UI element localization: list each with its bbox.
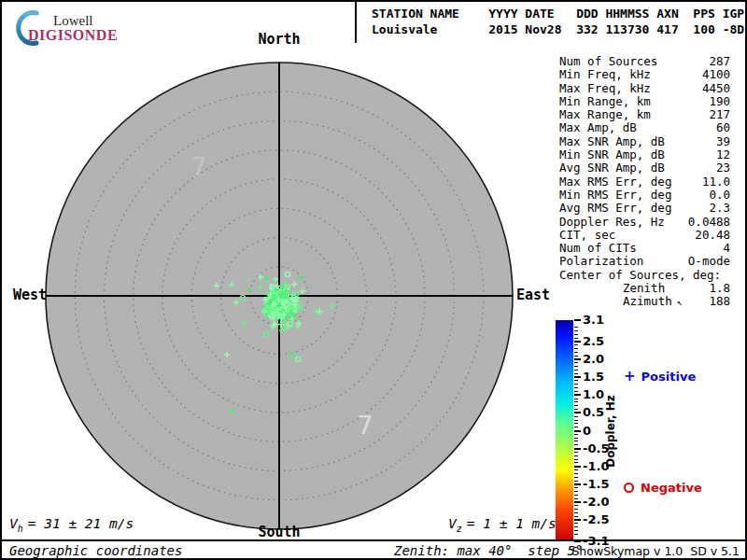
source-point-plus xyxy=(266,304,272,310)
colorbar-minor-tick xyxy=(574,495,578,496)
stat-row: Avg SNR Amp, dB23 xyxy=(559,161,730,175)
doppler-axis-title: Doppler, Hz xyxy=(604,395,617,468)
source-point-circle xyxy=(279,302,284,307)
source-point-circle xyxy=(291,307,296,312)
source-point-plus xyxy=(286,297,291,302)
source-point-plus xyxy=(289,296,294,301)
zenith-ring xyxy=(250,267,309,326)
source-point-plus xyxy=(278,304,284,310)
source-point-circle xyxy=(288,322,292,327)
source-point-circle xyxy=(269,307,274,312)
stat-row: Max SNR Amp, dB39 xyxy=(559,135,730,148)
colorbar-major-tick xyxy=(574,483,581,485)
source-point-plus xyxy=(296,305,302,311)
colorbar-minor-tick xyxy=(574,534,578,535)
source-point-plus xyxy=(291,307,297,313)
north-label: North xyxy=(258,31,300,48)
lowell-digisonde-logo: Lowell DIGISONDE xyxy=(9,7,149,46)
source-point-circle xyxy=(240,295,245,300)
source-point-plus xyxy=(317,309,322,315)
source-point-plus xyxy=(269,304,275,310)
colorbar-major-tick xyxy=(574,501,581,503)
source-point-circle xyxy=(280,297,285,301)
source-point-plus xyxy=(278,287,284,292)
source-point-plus xyxy=(284,310,289,315)
source-point-circle xyxy=(275,293,279,298)
source-point-plus xyxy=(280,303,286,309)
stat-row: Zenith1.8 xyxy=(559,282,730,295)
source-point-plus xyxy=(283,309,289,315)
source-point-plus xyxy=(283,305,289,311)
source-point-plus xyxy=(275,314,281,319)
source-point-plus xyxy=(261,306,267,312)
colorbar-minor-tick xyxy=(574,373,578,374)
source-point-circle xyxy=(270,285,275,289)
stat-row: Min RMS Err, deg0.0 xyxy=(559,189,730,202)
stat-label: Center of Sources, deg: xyxy=(559,269,721,282)
source-point-plus xyxy=(273,301,278,306)
colorbar-major-tick xyxy=(574,466,581,468)
east-label: East xyxy=(516,287,550,303)
source-point-circle xyxy=(276,304,281,309)
colorbar-tick-label: 2.5 xyxy=(583,334,604,348)
source-point-plus xyxy=(269,312,275,317)
source-point-circle xyxy=(267,304,272,309)
stat-value: 0.0 xyxy=(709,189,730,202)
source-point-plus xyxy=(268,308,274,314)
source-point-plus xyxy=(266,301,272,306)
colorbar-minor-tick xyxy=(574,530,578,531)
source-point-plus xyxy=(275,294,281,300)
source-point-plus xyxy=(230,408,235,413)
doppler-colorbar xyxy=(556,320,573,541)
source-point-circle xyxy=(268,297,273,301)
stat-row: Num of Sources287 xyxy=(559,55,730,68)
colorbar-minor-tick xyxy=(574,498,578,499)
colorbar-major-tick xyxy=(574,430,581,432)
colorbar-tick-label: 0.5 xyxy=(583,405,604,419)
stat-row: Avg RMS Err, deg2.3 xyxy=(559,202,730,215)
source-point-plus xyxy=(282,306,288,312)
stat-value: 20.48 xyxy=(695,229,730,242)
source-point-plus xyxy=(274,313,279,318)
colorbar-minor-tick xyxy=(574,452,578,453)
source-point-plus xyxy=(282,315,288,320)
south-label: South xyxy=(258,524,300,540)
source-point-plus xyxy=(276,308,282,314)
source-point-plus xyxy=(282,298,288,303)
zenith-ring xyxy=(191,208,367,384)
source-point-plus xyxy=(273,304,278,310)
source-point-circle xyxy=(275,292,279,297)
source-points xyxy=(214,272,335,413)
stat-label: Max SNR Amp, dB xyxy=(559,135,665,148)
source-point-plus xyxy=(288,303,293,309)
footer-divider-line xyxy=(2,539,745,541)
source-point-plus xyxy=(267,299,273,304)
source-point-circle xyxy=(279,295,284,300)
source-point-plus xyxy=(275,294,281,300)
stat-value: O-mode xyxy=(688,255,730,268)
grid-numeral-label: 7 xyxy=(190,152,206,181)
grid-labels: 777 xyxy=(190,152,373,440)
colorbar-minor-tick xyxy=(574,427,578,427)
source-point-plus xyxy=(280,300,286,305)
colorbar-minor-tick xyxy=(574,526,578,527)
source-point-plus xyxy=(281,310,287,315)
source-point-plus xyxy=(267,313,273,318)
stat-label: Polarization xyxy=(559,255,643,268)
stat-value: 12 xyxy=(716,148,730,161)
stat-label: Num of CITs xyxy=(559,242,637,255)
vertical-velocity-readout: Vz= 1 ± 1 m/s xyxy=(448,516,557,534)
colorbar-minor-tick xyxy=(574,380,578,381)
colorbar-minor-tick xyxy=(574,348,578,349)
source-point-circle xyxy=(289,352,293,357)
source-point-plus xyxy=(283,313,289,318)
source-point-circle xyxy=(264,308,269,313)
colorbar-major-tick xyxy=(574,341,581,343)
source-point-plus xyxy=(268,297,274,302)
source-point-plus xyxy=(288,309,293,315)
source-point-plus xyxy=(277,300,283,305)
source-point-plus xyxy=(266,291,272,297)
colorbar-minor-tick xyxy=(574,366,578,367)
source-point-plus xyxy=(283,301,289,306)
negative-legend-label: Negative xyxy=(641,481,702,495)
